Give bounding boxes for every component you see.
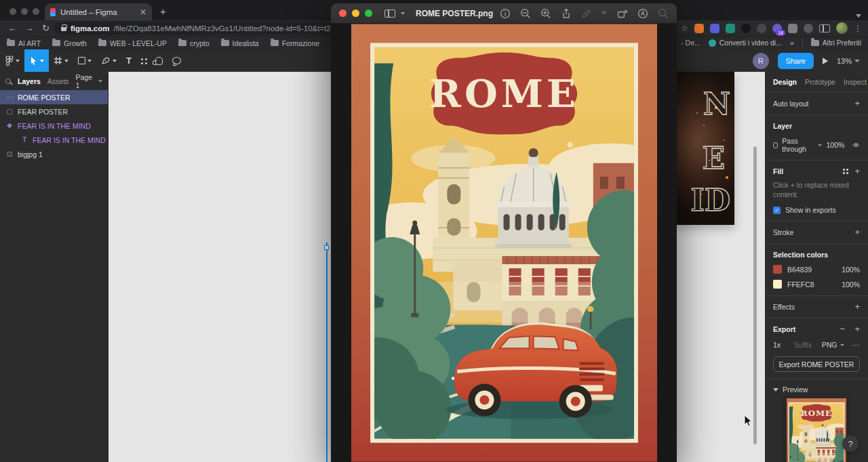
layer-row-fear-text[interactable]: T FEAR IS IN THE MIND [0,133,108,147]
bookmark-item[interactable]: Idealista [221,39,259,47]
export-rome-poster-button[interactable]: Export ROME POSTER [773,356,860,372]
resources-tool[interactable] [136,49,151,72]
tab-assets[interactable]: Assets [47,77,69,85]
chevron-down-icon[interactable] [401,12,405,15]
tab-close-icon[interactable]: ✕ [140,7,146,17]
tab-layers[interactable]: Layers [18,77,41,85]
bookmark-item[interactable]: Formazione [271,39,319,47]
export-more-icon[interactable]: ⋯ [852,341,861,349]
quicklook-titlebar[interactable]: ROME POSTER.png [331,3,677,24]
window-close-button[interactable] [9,8,16,15]
color-swatch-red[interactable] [773,265,782,274]
add-fill-button[interactable]: + [854,166,860,176]
share-button[interactable]: Share [778,53,814,69]
quicklook-window[interactable]: ROME POSTER.png [331,3,677,462]
comment-tool[interactable] [167,49,186,72]
info-icon[interactable] [500,8,511,19]
selection-color-row[interactable]: B64839 100% [773,265,860,274]
extension-icon-key[interactable] [757,24,766,33]
ql-sidebar-toggle-icon[interactable] [384,9,395,18]
layer-row-fear-poster[interactable]: ▢ FEAR POSTER [0,104,108,119]
bookmarks-overflow-icon[interactable]: » [790,39,794,47]
extension-icon-dark[interactable] [741,24,751,33]
add-stroke-button[interactable]: + [854,227,860,237]
ql-minimize-button[interactable] [352,9,359,17]
move-tool[interactable] [24,49,49,72]
export-scale[interactable]: 1x [773,341,781,349]
tab-prototype[interactable]: Prototype [805,78,835,86]
preview-section-header[interactable]: Preview [765,379,868,396]
bookmark-item[interactable]: AI ART [7,39,41,47]
bookmark-item[interactable]: crypto [178,39,210,47]
checkbox-checked-icon[interactable]: ✓ [773,207,781,214]
fear-poster-fragment[interactable]: N E ID [676,72,734,225]
show-in-exports-row[interactable]: ✓ Show in exports [773,206,860,214]
forward-icon[interactable]: → [25,23,34,33]
extension-icon-teal[interactable] [726,24,735,33]
canvas-scrollbar[interactable] [753,146,757,444]
layer-row-bigjpg[interactable]: ⊡ bigjpg 1 [0,147,108,161]
new-tab-button[interactable]: + [160,6,166,16]
browser-tab[interactable]: Untitled – Figma ✕ [45,3,152,20]
color-opacity[interactable]: 100% [842,280,860,289]
ql-zoom-button[interactable] [365,9,372,17]
extension-icon-gray[interactable] [788,24,797,33]
extensions-puzzle-icon[interactable] [804,24,813,33]
blend-mode-icon[interactable] [773,142,778,148]
export-format-select[interactable]: PNG [822,341,844,349]
export-suffix-field[interactable]: Suffix [794,341,812,349]
browser-profile-avatar[interactable] [836,22,848,34]
bookmark-item[interactable]: WEB - LEVEL-UP [98,39,167,47]
extension-icon-indigo[interactable] [710,24,719,33]
zoom-out-icon[interactable] [520,8,531,19]
text-tool[interactable]: T [121,49,136,72]
add-export-button[interactable]: + [854,324,860,334]
bookmark-item[interactable]: Converti i video di... [709,39,782,47]
extension-icon-purple[interactable]: 18 [772,24,782,33]
user-avatar[interactable]: R [753,53,769,69]
tabstrip-chevron-icon[interactable] [856,8,861,20]
bookmark-item[interactable]: - De... [681,39,701,47]
layer-row-rome-poster[interactable]: ⁘⁘ ROME POSTER [0,90,108,104]
zoom-level[interactable]: 13% [837,57,860,65]
fill-grid-icon[interactable] [843,169,845,171]
browser-menu-icon[interactable]: ⋮ [854,24,863,33]
layer-opacity[interactable]: 100% [826,141,844,149]
rotate-icon[interactable] [616,8,628,19]
zoom-in-icon[interactable] [540,8,551,19]
color-swatch-cream[interactable] [773,280,782,289]
help-button[interactable]: ? [842,436,859,452]
tab-design[interactable]: Design [773,78,797,86]
main-menu-button[interactable] [0,49,24,72]
window-minimize-button[interactable] [21,8,28,15]
reload-icon[interactable]: ↻ [42,23,50,33]
pen-tool[interactable] [96,49,121,72]
bookmark-star-icon[interactable]: ☆ [681,24,688,33]
present-icon[interactable] [823,58,828,64]
bookmark-item[interactable]: Growth [52,39,87,47]
color-opacity[interactable]: 100% [842,266,860,274]
eye-icon[interactable] [852,142,860,148]
hand-tool[interactable] [151,49,167,72]
markup-pen-icon[interactable] [581,8,592,19]
selection-color-row[interactable]: FFEFC8 100% [773,280,860,289]
window-zoom-button[interactable] [33,8,39,15]
back-icon[interactable]: ← [8,23,17,33]
search-icon[interactable] [5,79,11,84]
annotate-circle-icon[interactable] [637,8,648,19]
selection-handle[interactable] [324,245,329,250]
ql-close-button[interactable] [339,9,347,17]
extension-icon-orange[interactable] [694,24,704,33]
add-effect-button[interactable]: + [854,301,860,312]
chevron-down-icon[interactable] [601,12,607,15]
frame-tool[interactable] [49,49,73,72]
share-icon[interactable] [561,8,572,19]
other-bookmarks-folder[interactable]: Altri Preferiti [811,39,861,47]
browser-sidepanel-icon[interactable] [819,24,830,33]
search-icon[interactable] [658,8,669,19]
page-selector[interactable]: Page 1 [75,73,102,89]
tab-inspect[interactable]: Inspect [844,78,867,86]
remove-export-button[interactable]: − [840,324,845,334]
add-auto-layout-button[interactable]: + [854,98,860,108]
shape-tool[interactable] [73,49,96,72]
